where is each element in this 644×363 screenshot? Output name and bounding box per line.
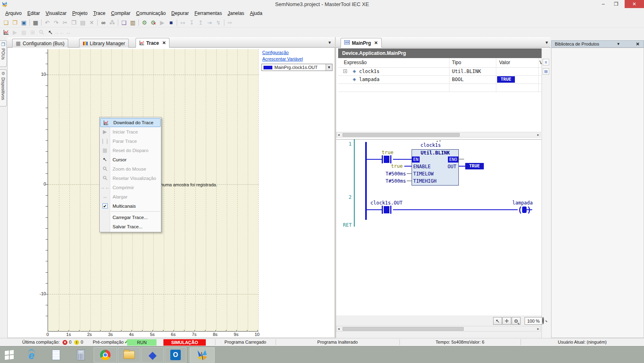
- scroll-left-icon[interactable]: ◂: [338, 327, 340, 331]
- chrome-icon[interactable]: [94, 347, 117, 363]
- scroll-right-icon[interactable]: ▸: [537, 327, 539, 331]
- copy-project-icon[interactable]: ❑: [119, 19, 128, 27]
- pan-tool-button[interactable]: ✛: [502, 317, 511, 325]
- sidebar-tab-dispositivos[interactable]: ⚙ Dispositivos: [0, 69, 7, 106]
- timehigh-value[interactable]: T#500ms: [379, 178, 406, 184]
- redo-icon[interactable]: ↷: [52, 19, 61, 27]
- paste-icon[interactable]: ▤: [78, 19, 87, 27]
- ie-icon[interactable]: e: [19, 347, 44, 363]
- step-out-icon[interactable]: ↥: [196, 19, 205, 27]
- watch-col-expressao[interactable]: Expressão: [344, 60, 367, 65]
- watch-col-valor[interactable]: Valor: [499, 60, 510, 65]
- zoom-level[interactable]: 100 %: [525, 317, 542, 325]
- print-icon[interactable]: ▦: [31, 19, 40, 27]
- context-item-iniciar-trace[interactable]: ▶Iniciar Trace: [100, 127, 161, 136]
- notepad-icon[interactable]: [44, 347, 68, 363]
- calculator-icon[interactable]: [69, 347, 93, 363]
- menu-arquivo[interactable]: Arquivo: [2, 10, 25, 17]
- right-tab-overflow-button[interactable]: ▼: [545, 40, 549, 45]
- contact-true[interactable]: [382, 155, 393, 163]
- function-block-util-blink[interactable]: Util.BLINK EN ENO ENABLE OUT TIMELOW TIM…: [412, 149, 459, 186]
- select-tool-button[interactable]: ↖: [493, 317, 502, 325]
- context-item-carregar-trace-[interactable]: Carregar Trace...: [100, 213, 161, 222]
- watch-row-lampada[interactable]: ◈lampadaBOOLTRUE: [338, 75, 542, 83]
- close-button[interactable]: ✕: [625, 0, 644, 8]
- watch-row-clock1s[interactable]: +◈clock1sUtil.BLINK: [338, 67, 542, 75]
- stop-icon[interactable]: ■: [167, 19, 176, 27]
- tab-mainprg[interactable]: MainPrg ✕: [341, 38, 382, 48]
- menu-compilar[interactable]: Compilar: [108, 10, 133, 17]
- step-over-icon[interactable]: ↦: [178, 19, 187, 27]
- restore-button[interactable]: ❐: [610, 0, 622, 8]
- start-icon[interactable]: ▶: [158, 19, 167, 27]
- stretch-icon[interactable]: ↔: [64, 28, 73, 36]
- menu-janelas[interactable]: Janelas: [225, 10, 247, 17]
- mastertool-icon[interactable]: [190, 347, 215, 363]
- context-item-resetar-visualizacao[interactable]: Resetar Visualização: [100, 173, 161, 183]
- expand-icon[interactable]: +: [343, 69, 347, 73]
- context-item-comprimir[interactable]: →←Comprimir: [100, 183, 161, 192]
- find-replace-icon[interactable]: ⁂: [108, 19, 117, 27]
- corner-magnifier-icon[interactable]: [542, 318, 544, 323]
- declaration-list-view-icon[interactable]: ≡: [543, 59, 549, 65]
- trigger-grid-icon[interactable]: ▦: [19, 28, 28, 36]
- context-item-download-do-trace[interactable]: Download do Trace: [100, 118, 161, 127]
- enable-value[interactable]: true: [387, 163, 403, 169]
- open-file-icon[interactable]: ❐: [10, 19, 19, 27]
- contact2-label[interactable]: clock1s.OUT: [370, 200, 402, 206]
- zoom-tool-button[interactable]: [512, 317, 521, 325]
- sidebar-tab-pous[interactable]: ❐ POUs: [0, 40, 7, 67]
- close-icon[interactable]: ✕: [636, 42, 640, 47]
- delete-icon[interactable]: ✕: [87, 19, 96, 27]
- menu-projeto[interactable]: Projeto: [69, 10, 90, 17]
- acrescentar-variavel-link[interactable]: Acrescentar Variável: [262, 56, 303, 61]
- trace-legend-dropdown[interactable]: MainPrg.clock1s.OUT ▼: [261, 64, 332, 71]
- left-tab-overflow-button[interactable]: ▼: [328, 40, 332, 45]
- step-into-icon[interactable]: ↧: [187, 19, 196, 27]
- save-icon[interactable]: ▣: [19, 19, 28, 27]
- menu-ferramentas[interactable]: Ferramentas: [192, 10, 225, 17]
- watch-col-tipo[interactable]: Tipo: [452, 60, 461, 65]
- context-item-reset-do-disparo[interactable]: ▦Reset do Disparo: [100, 146, 161, 155]
- configuracao-link[interactable]: Configuração: [262, 50, 289, 55]
- context-item-multicanais[interactable]: ✔Multicanais: [100, 201, 161, 211]
- tab-configuration-bus-[interactable]: ▦Configuration (Bus): [12, 39, 68, 48]
- tab-trace[interactable]: Trace✕: [136, 38, 170, 48]
- declaration-table-view-icon[interactable]: ⊞: [543, 68, 549, 75]
- watch-hscrollbar[interactable]: ◂ ▸: [336, 132, 541, 138]
- timelow-value[interactable]: T#500ms: [379, 171, 406, 177]
- chevron-down-icon[interactable]: ▼: [326, 64, 332, 71]
- cursor-grid-icon[interactable]: ⊞: [28, 28, 37, 36]
- context-item-salvar-trace-[interactable]: Salvar Trace...: [100, 222, 161, 231]
- scroll-left-icon[interactable]: ◂: [338, 133, 340, 137]
- minimize-button[interactable]: –: [597, 0, 609, 8]
- menu-trace[interactable]: Trace: [90, 10, 108, 17]
- tab-close-icon[interactable]: ✕: [374, 40, 378, 46]
- context-item-zoom-do-mouse[interactable]: Zoom do Mouse: [100, 164, 161, 173]
- undo-icon[interactable]: ↶: [43, 19, 52, 27]
- start-trace-icon[interactable]: ▶: [10, 28, 19, 36]
- copy-icon[interactable]: ❐: [69, 19, 78, 27]
- tab-library-manager[interactable]: Library Manager: [79, 39, 129, 48]
- coil-label[interactable]: lampada: [510, 200, 535, 206]
- reset-view-icon[interactable]: [37, 28, 46, 36]
- menu-visualizar[interactable]: Visualizar: [43, 10, 69, 17]
- menu-ajuda[interactable]: Ajuda: [247, 10, 265, 17]
- download-trace-icon[interactable]: [2, 28, 10, 36]
- new-file-icon[interactable]: ❏: [2, 19, 10, 27]
- context-item-cursor[interactable]: ↖Cursor: [100, 155, 161, 164]
- ladder-hscrollbar[interactable]: ◂ ▸: [336, 326, 541, 332]
- menu-depurar[interactable]: Depurar: [169, 10, 192, 17]
- compress-icon[interactable]: →←: [55, 28, 64, 36]
- splitter-arrows-icon[interactable]: ▲▼: [436, 140, 441, 142]
- login-icon[interactable]: ⚙: [140, 19, 149, 27]
- menu-comunicacao[interactable]: Comunicação: [133, 10, 168, 17]
- virtualbox-icon[interactable]: ◆: [141, 347, 164, 363]
- flow-control-icon[interactable]: ⇨: [226, 19, 234, 27]
- start-button[interactable]: [0, 347, 19, 363]
- scroll-right-icon[interactable]: ▸: [537, 133, 539, 137]
- menu-editar[interactable]: Editar: [25, 10, 43, 17]
- find-icon[interactable]: ∞: [99, 19, 108, 27]
- context-item-parar-trace[interactable]: ❘❘Parar Trace: [100, 136, 161, 146]
- step-single-icon[interactable]: ⇥: [205, 19, 214, 27]
